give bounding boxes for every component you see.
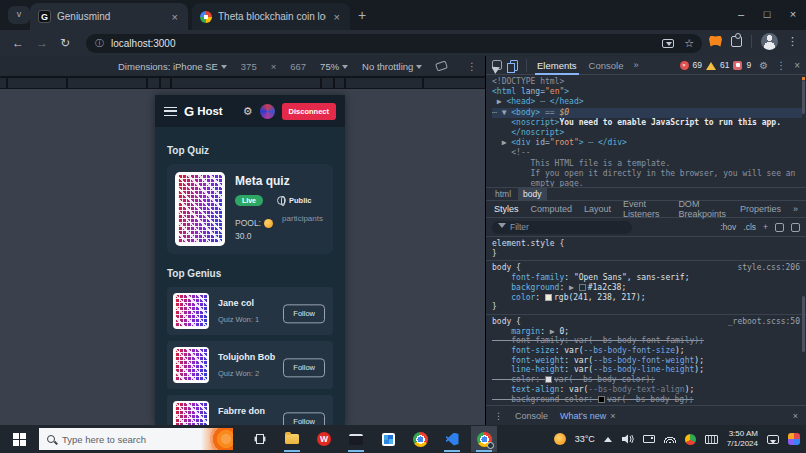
window-minimize-button[interactable]: – <box>728 0 754 28</box>
hamburger-menu-icon[interactable] <box>164 107 177 116</box>
tab-elements[interactable]: Elements <box>535 56 579 75</box>
breadcrumb-body[interactable]: body <box>518 188 546 200</box>
disconnect-button[interactable]: Disconnect <box>282 103 336 120</box>
tab-geniusmind[interactable]: G Geniusmind × <box>30 3 188 30</box>
weather-sun-icon[interactable] <box>554 433 566 445</box>
quiz-card[interactable]: Meta quiz Live Public POOL: 30.0 partici… <box>167 164 333 254</box>
error-count[interactable]: 69 <box>693 60 702 70</box>
wps-office-button[interactable]: W <box>311 426 337 452</box>
genius-list-item[interactable]: Jane col Quiz Won: 1 Follow <box>167 287 333 335</box>
styles-scrollbar[interactable] <box>802 296 805 352</box>
color-scheme-icon[interactable] <box>775 223 784 232</box>
css-rule-element-style[interactable]: element.style {} <box>486 237 806 261</box>
devtools-menu-icon[interactable]: ⋮ <box>776 60 786 71</box>
issues-icon <box>733 61 742 70</box>
settings-gear-icon[interactable]: ⚙ <box>243 105 253 118</box>
more-panels-icon[interactable]: » <box>633 60 638 70</box>
task-view-button[interactable] <box>247 426 273 452</box>
drawer-tab-console[interactable]: Console <box>515 411 548 421</box>
date-label: 7/1/2024 <box>727 439 758 448</box>
tab-close-icon[interactable]: × <box>332 11 342 23</box>
bookmark-star-icon[interactable]: ☆ <box>684 37 694 50</box>
back-button[interactable]: ← <box>12 36 24 50</box>
antivirus-icon[interactable] <box>685 434 696 445</box>
throttling-select[interactable]: No throttling <box>362 61 422 72</box>
elements-tree[interactable]: <!DOCTYPE html><html lang="en"> ▶ <head>… <box>486 75 806 187</box>
site-info-icon[interactable]: ⓘ <box>95 37 104 50</box>
chrome-button[interactable] <box>407 426 433 452</box>
drawer-close-icon[interactable]: × <box>793 411 798 421</box>
temperature-label[interactable]: 33°C <box>575 434 595 444</box>
elements-scrollbar[interactable] <box>802 80 805 114</box>
hidden-icons-chevron[interactable] <box>604 433 612 442</box>
genius-list-item[interactable]: Tolujohn Bob Quiz Won: 2 Follow <box>167 341 333 389</box>
notifications-icon[interactable] <box>767 435 779 444</box>
install-app-icon[interactable] <box>662 39 674 48</box>
tab-styles[interactable]: Styles <box>494 204 519 214</box>
issues-count[interactable]: 9 <box>746 60 751 70</box>
tab-close-icon[interactable]: × <box>170 11 180 23</box>
metamask-extension-icon[interactable] <box>709 36 722 48</box>
warning-count[interactable]: 61 <box>720 60 729 70</box>
more-tabs-icon[interactable]: » <box>793 204 798 214</box>
rotate-device-icon[interactable] <box>435 60 448 71</box>
browser-profile-avatar[interactable] <box>761 33 778 50</box>
tab-console[interactable]: Console <box>587 56 626 75</box>
computed-sidebar-icon[interactable] <box>791 223 800 232</box>
devtools-close-icon[interactable]: × <box>794 60 800 71</box>
speaker-icon[interactable] <box>621 434 634 444</box>
taskbar-search-input[interactable]: Type here to search <box>39 428 233 450</box>
zoom-select[interactable]: 75% <box>320 61 348 72</box>
file-explorer-button[interactable] <box>279 426 305 452</box>
tab-dom-breakpoints[interactable]: DOM Breakpoints <box>678 199 728 219</box>
forward-button[interactable]: → <box>36 36 48 50</box>
clock[interactable]: 3:50 AM7/1/2024 <box>727 429 758 449</box>
terminal-icon <box>349 434 363 445</box>
tab-computed[interactable]: Computed <box>531 204 573 214</box>
tab-properties[interactable]: Properties <box>740 204 781 214</box>
device-toolbar-menu-icon[interactable]: ⋮ <box>467 61 477 72</box>
color-app-icon[interactable] <box>788 433 800 445</box>
css-rule-body-reboot[interactable]: _reboot.scss:50body { margin: ▶ 0; font-… <box>486 315 806 404</box>
chrome-active-button[interactable] <box>471 426 497 452</box>
drawer-tab-close-icon[interactable]: × <box>610 411 615 421</box>
follow-button[interactable]: Follow <box>283 412 325 425</box>
toggle-class-button[interactable]: .cls <box>743 222 756 232</box>
devtools-settings-gear-icon[interactable]: ⚙ <box>759 60 768 71</box>
window-close-button[interactable]: × <box>780 0 806 28</box>
start-button[interactable] <box>13 433 26 446</box>
tab-theta-search[interactable]: Theta blockchain coin logo - G… × <box>192 3 350 30</box>
extensions-puzzle-icon[interactable] <box>731 36 742 47</box>
tab-event-listeners[interactable]: Event Listeners <box>623 199 666 219</box>
genius-list-item[interactable]: Fabrre don Quiz Won: 3 Follow <box>167 395 333 425</box>
terminal-button[interactable] <box>343 426 369 452</box>
toggle-hover-state-button[interactable]: :hov <box>720 222 736 232</box>
app-brand[interactable]: GHost <box>184 104 223 119</box>
device-dimensions-select[interactable]: Dimensions: iPhone SE <box>118 61 227 72</box>
vscode-button[interactable] <box>439 426 465 452</box>
address-bar[interactable]: ⓘ localhost:3000 ☆ <box>86 34 702 53</box>
css-rule-body-stylecss[interactable]: style.css:206body { font-family: "Open S… <box>486 261 806 315</box>
follow-button[interactable]: Follow <box>283 358 325 377</box>
device-toolbar-toggle-icon[interactable] <box>510 60 518 71</box>
breadcrumb-html[interactable]: html <box>490 188 516 200</box>
microsoft-store-button[interactable] <box>375 426 401 452</box>
user-avatar[interactable] <box>260 104 275 119</box>
window-maximize-button[interactable]: □ <box>754 0 780 28</box>
drawer-tab-whats-new[interactable]: What's new <box>560 411 606 421</box>
follow-button[interactable]: Follow <box>283 304 325 323</box>
new-style-rule-button[interactable]: + <box>763 222 768 232</box>
touch-keyboard-icon[interactable] <box>705 435 718 444</box>
wifi-icon[interactable] <box>664 435 676 443</box>
device-height-input[interactable]: 667 <box>290 61 306 72</box>
tab-layout[interactable]: Layout <box>584 204 611 214</box>
touchpad-icon[interactable] <box>643 435 655 443</box>
device-width-input[interactable]: 375 <box>241 61 257 72</box>
inspect-element-icon[interactable] <box>492 60 502 70</box>
styles-filter-input[interactable]: Filter <box>492 221 632 234</box>
reload-button[interactable]: ↻ <box>60 36 70 50</box>
new-tab-button[interactable]: + <box>358 7 366 23</box>
drawer-menu-icon[interactable]: ⋮ <box>494 411 503 421</box>
browser-menu-icon[interactable]: ⋮ <box>787 35 798 48</box>
tab-search-button[interactable]: v <box>8 6 30 24</box>
